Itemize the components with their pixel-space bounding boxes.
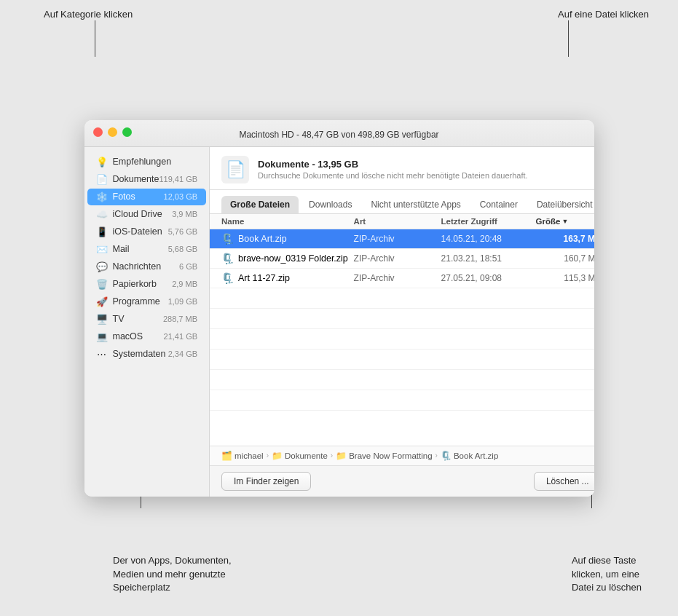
file-size: 163,7 MB (536, 234, 594, 244)
sidebar-item-dokumente[interactable]: 📄 Dokumente 119,41 GB (87, 171, 207, 188)
sidebar-icon-systemdaten: ⋯ (96, 349, 108, 360)
sidebar-icon-empfehlungen: 💡 (96, 157, 108, 167)
sidebar-label-fotos: Fotos (113, 191, 135, 202)
breadcrumb: 🗂️michael›📁Dokumente›📁Brave Now Formatti… (210, 446, 594, 465)
col-date-header[interactable]: Letzter Zugriff (441, 217, 536, 226)
breadcrumb-item: 📁Dokumente (272, 451, 328, 461)
sidebar-item-left: 💡 Empfehlungen (96, 157, 172, 167)
table-row[interactable]: 🗜️ Art 11-27.zip ZIP-Archiv 27.05.21, 09… (210, 269, 594, 288)
breadcrumb-label[interactable]: Book Art.zip (454, 451, 498, 460)
breadcrumb-icon: 📁 (272, 451, 283, 461)
sidebar-item-macos[interactable]: 💻 macOS 21,41 GB (87, 328, 207, 345)
file-name-text: Book Art.zip (238, 234, 287, 244)
breadcrumb-label[interactable]: Brave Now Formatting (349, 451, 432, 460)
sidebar-item-left: 🚀 Programme (96, 296, 160, 307)
annotation-line-tr (568, 20, 569, 57)
sidebar-item-left: 💬 Nachrichten (96, 261, 162, 272)
sidebar-icon-papierkorb: 🗑️ (96, 279, 108, 290)
sidebar-icon-ios: 📱 (96, 226, 108, 237)
sidebar-item-left: 💻 macOS (96, 331, 143, 342)
minimize-button[interactable] (108, 127, 117, 137)
sidebar-label-tv: TV (113, 314, 125, 324)
empty-row (210, 309, 594, 329)
sidebar-item-left: 📄 Dokumente (96, 174, 159, 185)
right-panel: 📄 Dokumente - 13,95 GB Durchsuche Dokume… (210, 147, 594, 497)
col-name-header[interactable]: Name (221, 217, 354, 226)
sidebar-item-empfehlungen[interactable]: 💡 Empfehlungen (87, 154, 207, 170)
sidebar-icon-macos: 💻 (96, 331, 108, 342)
category-title: Dokumente - 13,95 GB (258, 159, 528, 170)
sidebar-item-fotos[interactable]: ❄️ Fotos 12,03 GB (87, 189, 207, 205)
tabs: Große DateienDownloadsNicht unterstützte… (210, 190, 594, 214)
sidebar-label-papierkorb: Papierkorb (113, 279, 157, 289)
file-name: 🗜️ brave-now_0319 Folder.zip (221, 253, 354, 264)
sidebar-size-papierkorb: 2,9 MB (172, 280, 197, 288)
sidebar-item-papierkorb[interactable]: 🗑️ Papierkorb 2,9 MB (87, 276, 207, 293)
sidebar-size-systemdaten: 2,34 GB (168, 350, 197, 358)
file-name: 🗜️ Book Art.zip (221, 233, 354, 245)
sidebar-item-left: ☁️ iCloud Drive (96, 209, 162, 220)
sidebar-item-left: ❄️ Fotos (96, 191, 135, 202)
breadcrumb-separator: › (435, 451, 438, 459)
sidebar-icon-mail: ✉️ (96, 244, 108, 255)
col-size-header[interactable]: Größe ▼ (536, 217, 594, 226)
delete-button[interactable]: Löschen ... (534, 472, 594, 491)
breadcrumb-icon: 🗂️ (221, 451, 232, 461)
sidebar-item-nachrichten[interactable]: 💬 Nachrichten 6 GB (87, 258, 207, 275)
breadcrumb-label[interactable]: Dokumente (285, 451, 328, 460)
file-size: 160,7 MB (536, 253, 594, 264)
sidebar-label-icloud: iCloud Drive (113, 209, 162, 219)
show-finder-button[interactable]: Im Finder zeigen (221, 472, 311, 491)
breadcrumb-label[interactable]: michael (234, 451, 264, 460)
breadcrumb-item: 🗂️michael (221, 451, 264, 461)
sidebar-item-programme[interactable]: 🚀 Programme 1,09 GB (87, 293, 207, 310)
category-icon: 📄 (221, 156, 249, 183)
sidebar-item-left: 📱 iOS-Dateien (96, 226, 162, 237)
tab-container[interactable]: Container (471, 196, 527, 213)
file-type: ZIP-Archiv (354, 273, 441, 283)
sidebar-item-mail[interactable]: ✉️ Mail 5,68 GB (87, 241, 207, 258)
sidebar-icon-nachrichten: 💬 (96, 261, 108, 272)
annotation-top-right: Auf eine Datei klicken (558, 9, 649, 20)
tab-dateiuebersicht[interactable]: Dateiübersicht (528, 196, 594, 213)
table-row[interactable]: 🗜️ Book Art.zip ZIP-Archiv 14.05.21, 20:… (210, 229, 594, 249)
sidebar-item-tv[interactable]: 🖥️ TV 288,7 MB (87, 311, 207, 328)
breadcrumb-icon: 🗜️ (441, 451, 452, 461)
file-icon: 🗜️ (221, 272, 234, 284)
main-content: 💡 Empfehlungen 📄 Dokumente 119,41 GB ❄️ … (84, 147, 594, 497)
file-type: ZIP-Archiv (354, 253, 441, 264)
file-name-text: Art 11-27.zip (238, 273, 290, 283)
file-date: 21.03.21, 18:51 (441, 253, 536, 264)
category-info: Dokumente - 13,95 GB Durchsuche Dokument… (258, 159, 528, 180)
empty-row (210, 370, 594, 390)
table-row[interactable]: 🗜️ brave-now_0319 Folder.zip ZIP-Archiv … (210, 249, 594, 269)
sidebar-item-left: ✉️ Mail (96, 244, 130, 255)
sidebar-item-ios[interactable]: 📱 iOS-Dateien 5,76 GB (87, 224, 207, 240)
sidebar-label-empfehlungen: Empfehlungen (113, 157, 172, 167)
sidebar-label-dokumente: Dokumente (113, 174, 159, 184)
tab-nicht-unterstuetzte[interactable]: Nicht unterstützte Apps (362, 196, 469, 213)
maximize-button[interactable] (122, 127, 132, 137)
category-desc: Durchsuche Dokumente und lösche nicht me… (258, 171, 528, 180)
sidebar-icon-dokumente: 📄 (96, 174, 108, 185)
annotation-bottom-left: Der von Apps, Dokumenten, Medien und meh… (113, 554, 232, 594)
file-size: 115,3 MB (536, 273, 594, 283)
file-name-text: brave-now_0319 Folder.zip (238, 253, 348, 264)
sidebar-label-nachrichten: Nachrichten (113, 261, 162, 272)
sidebar-size-icloud: 3,9 MB (172, 210, 197, 218)
sidebar-size-ios: 5,76 GB (168, 227, 197, 236)
sidebar-item-left: 🗑️ Papierkorb (96, 279, 157, 290)
sidebar-label-systemdaten: Systemdaten (113, 349, 166, 359)
col-type-header[interactable]: Art (354, 217, 441, 226)
close-button[interactable] (93, 127, 103, 137)
sidebar-icon-programme: 🚀 (96, 296, 108, 307)
sidebar-size-fotos: 12,03 GB (164, 192, 197, 201)
sidebar-item-icloud[interactable]: ☁️ iCloud Drive 3,9 MB (87, 206, 207, 223)
empty-rows (210, 288, 594, 411)
annotation-bottom-right: Auf diese Taste klicken, um eine Datei z… (572, 554, 642, 594)
tab-downloads[interactable]: Downloads (300, 196, 360, 213)
breadcrumb-separator: › (267, 451, 269, 459)
breadcrumb-item: 🗜️Book Art.zip (441, 451, 498, 461)
sidebar-item-systemdaten[interactable]: ⋯ Systemdaten 2,34 GB (87, 346, 207, 363)
tab-grosse-dateien[interactable]: Große Dateien (221, 196, 299, 213)
